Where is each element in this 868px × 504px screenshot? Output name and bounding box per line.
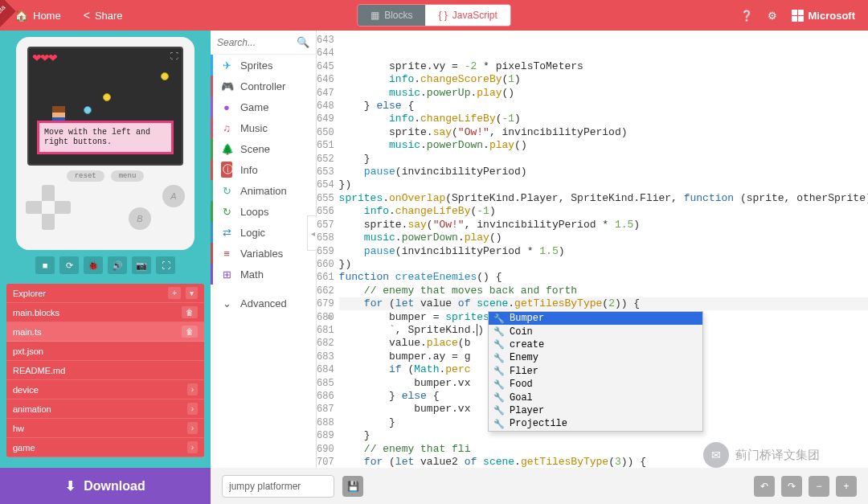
tab-blocks[interactable]: ▦ Blocks: [358, 5, 425, 26]
sim-mute-button[interactable]: 🔊: [108, 256, 127, 274]
chevron-right-icon[interactable]: ›: [187, 422, 198, 434]
save-button[interactable]: 💾: [342, 476, 363, 497]
suggest-item[interactable]: 🔧Coin: [489, 325, 702, 338]
wrench-icon: 🔧: [493, 405, 505, 416]
project-toolbar: 💾 ↶ ↷ − +: [211, 468, 868, 504]
toolbox-category[interactable]: ↻Animation: [211, 180, 316, 201]
zoom-in-button[interactable]: +: [836, 476, 857, 497]
wrench-icon: 🔧: [493, 313, 505, 324]
toolbox-category[interactable]: ✈Sprites: [211, 55, 316, 76]
category-icon: ⓘ: [221, 162, 232, 178]
fullscreen-icon[interactable]: ⛶: [170, 51, 178, 60]
suggest-item[interactable]: 🔧Bumper: [489, 312, 702, 325]
a-button[interactable]: A: [162, 185, 185, 207]
category-icon: 🎮: [221, 80, 232, 92]
suggest-item[interactable]: 🔧Food: [489, 378, 702, 391]
microsoft-logo[interactable]: Microsoft: [792, 10, 856, 22]
suggest-item[interactable]: 🔧Player: [489, 404, 702, 417]
share-button[interactable]: < Share: [76, 6, 131, 25]
explorer-item[interactable]: README.md: [6, 361, 204, 380]
dpad[interactable]: [26, 185, 71, 230]
explorer-item[interactable]: device›: [6, 380, 204, 400]
toolbox-category[interactable]: ≡Variables: [211, 243, 316, 264]
sim-stop-button[interactable]: ■: [35, 256, 55, 274]
toolbox-category[interactable]: ⇄Logic: [211, 222, 316, 243]
bottom-bar: ⬇ Download 💾 ↶ ↷ − +: [0, 468, 868, 504]
toolbox-category[interactable]: ↻Loops: [211, 201, 316, 222]
settings-icon[interactable]: ⚙: [768, 10, 777, 22]
delete-icon[interactable]: 🗑: [182, 306, 198, 318]
sim-restart-button[interactable]: ⟳: [59, 256, 79, 274]
topbar-right: ❔ ⚙ Microsoft: [740, 10, 862, 22]
explorer-item[interactable]: hw›: [6, 419, 204, 438]
toolbox-category[interactable]: 🎮Controller: [211, 76, 316, 96]
search-input[interactable]: [217, 37, 289, 48]
add-file-icon[interactable]: +: [168, 287, 181, 299]
explorer-item[interactable]: main.ts🗑: [6, 322, 204, 342]
tab-javascript[interactable]: { } JavaScript: [425, 5, 510, 26]
sim-debug-button[interactable]: 🐞: [84, 256, 103, 274]
chevron-right-icon[interactable]: ›: [187, 441, 198, 453]
wrench-icon: 🔧: [493, 379, 505, 390]
collapse-explorer-icon[interactable]: ▾: [186, 287, 198, 299]
help-icon[interactable]: ❔: [740, 10, 753, 22]
explorer-item[interactable]: game›: [6, 438, 204, 457]
suggest-label: Player: [510, 405, 544, 416]
toolbox-category[interactable]: ♫Music: [211, 117, 316, 138]
left-column: ⛶ ❤❤❤ Move with the left and right butto…: [0, 31, 211, 468]
category-label: Game: [240, 101, 268, 113]
toolbox-search: 🔍: [211, 31, 316, 55]
suggest-item[interactable]: 🔧Goal: [489, 391, 702, 404]
project-name-input[interactable]: [222, 475, 334, 498]
search-icon[interactable]: 🔍: [297, 36, 309, 48]
file-label: README.md: [13, 366, 65, 375]
b-button[interactable]: B: [129, 207, 151, 230]
zoom-out-button[interactable]: −: [809, 476, 829, 497]
suggest-label: Bumper: [510, 313, 544, 324]
intellisense-popup[interactable]: 🔧Bumper🔧Coin🔧create🔧Enemy🔧Flier🔧Food🔧Goa…: [488, 311, 703, 432]
suggest-item[interactable]: 🔧Flier: [489, 365, 702, 378]
toolbox-category[interactable]: ●Game: [211, 96, 316, 117]
category-label: Loops: [240, 206, 268, 218]
suggest-item[interactable]: 🔧create: [489, 338, 702, 351]
category-icon: ↻: [221, 185, 232, 197]
toolbox-category[interactable]: ⊞Math: [211, 264, 316, 285]
suggest-label: Food: [510, 379, 533, 390]
file-label: pxt.json: [13, 346, 43, 356]
undo-button[interactable]: ↶: [754, 476, 775, 497]
suggest-label: Coin: [510, 326, 533, 338]
home-icon: 🏠: [14, 9, 28, 22]
sim-controls: A B: [23, 185, 188, 230]
sim-fullscreen-button[interactable]: ⛶: [156, 256, 175, 274]
suggest-item[interactable]: 🔧Projectile: [489, 417, 702, 430]
explorer-item[interactable]: main.blocks🗑: [6, 303, 204, 322]
chevron-right-icon[interactable]: ›: [187, 383, 198, 395]
redo-button[interactable]: ↷: [781, 476, 802, 497]
sim-toolbar: ■ ⟳ 🐞 🔊 📷 ⛶: [35, 256, 175, 274]
category-label: Variables: [240, 248, 283, 260]
simulator-screen[interactable]: ⛶ ❤❤❤ Move with the left and right butto…: [27, 47, 183, 166]
sim-menu-button[interactable]: menu: [111, 170, 145, 182]
home-button[interactable]: 🏠 Home: [6, 6, 69, 25]
toolbox-category[interactable]: 🌲Scene: [211, 138, 316, 159]
download-icon: ⬇: [65, 478, 76, 494]
sim-reset-button[interactable]: reset: [67, 170, 104, 182]
explorer-item[interactable]: pxt.json: [6, 342, 204, 361]
toolbox-category[interactable]: ⓘInfo: [211, 159, 316, 180]
file-label: hw: [13, 424, 24, 433]
file-label: game: [13, 443, 35, 453]
delete-icon[interactable]: 🗑: [182, 326, 198, 338]
chevron-right-icon[interactable]: ›: [187, 403, 198, 415]
line-numbers: 6436446456466476486496506516526536546556…: [317, 31, 339, 468]
download-button[interactable]: ⬇ Download: [0, 468, 211, 504]
explorer-header[interactable]: Explorer +▾: [6, 284, 204, 303]
coin-sprite: [84, 106, 92, 114]
suggest-item[interactable]: 🔧Enemy: [489, 351, 702, 364]
wrench-icon: 🔧: [493, 366, 505, 376]
blocks-icon: ▦: [371, 10, 379, 21]
toolbox-advanced[interactable]: ⌄ Advanced: [211, 293, 316, 313]
explorer-item[interactable]: animation›: [6, 400, 204, 419]
wrench-icon: 🔧: [493, 353, 505, 363]
sim-snapshot-button[interactable]: 📷: [132, 256, 151, 274]
ab-buttons: A B: [129, 185, 185, 230]
